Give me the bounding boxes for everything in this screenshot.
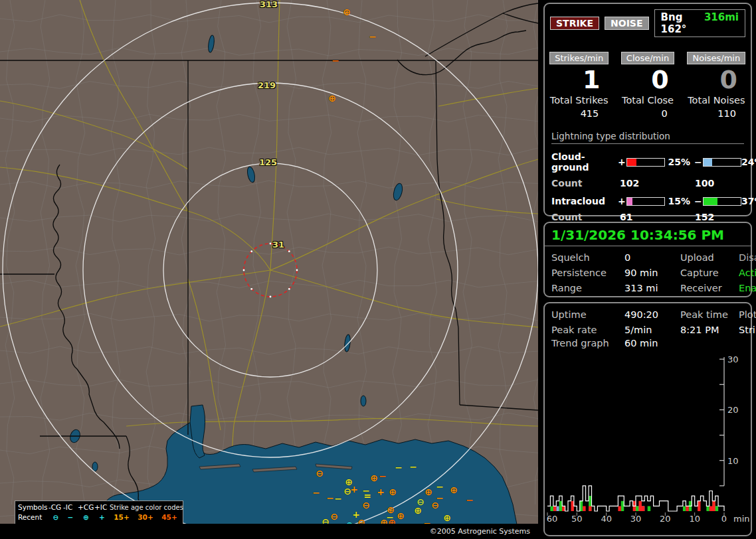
strike-symbol-icon: ⊕ bbox=[423, 487, 434, 497]
settings-cell: Capture bbox=[680, 268, 739, 278]
bearing-readout: Bng 162° 316mi bbox=[654, 9, 745, 37]
svg-text:50: 50 bbox=[571, 514, 583, 524]
counter-header-button[interactable]: Strikes/min bbox=[549, 52, 609, 64]
counter-value: 0 bbox=[682, 66, 751, 94]
uptime-cell: Peak time bbox=[680, 309, 739, 320]
settings-cell: Active bbox=[739, 268, 756, 278]
bearing-range-value: 316mi bbox=[704, 11, 739, 35]
strike-symbol-icon: − bbox=[434, 482, 445, 491]
uptime-grid: Uptime490:20Peak timePlotPeak rate5/min8… bbox=[545, 303, 751, 335]
legend-age-value: 30+ bbox=[134, 512, 157, 522]
strike-symbol-icon: ⊖ bbox=[314, 469, 325, 478]
legend-header: +CG bbox=[78, 502, 94, 512]
legend-header: Symbols bbox=[18, 502, 48, 512]
strike-symbol-icon: = bbox=[362, 491, 373, 501]
settings-cell: Squelch bbox=[551, 252, 624, 263]
strike-symbol-icon: ⊕ bbox=[341, 7, 352, 17]
rate-counter-column: Strikes/min1Total Strikes415 bbox=[545, 52, 613, 119]
counter-total-label: Total Noises bbox=[682, 95, 751, 106]
settings-cell: Upload bbox=[680, 252, 739, 263]
counter-total-label: Total Close bbox=[613, 95, 682, 106]
settings-cell: 90 min bbox=[624, 268, 680, 278]
strike-mode-button[interactable]: STRIKE bbox=[550, 17, 599, 30]
count-row: Count102100 bbox=[551, 178, 744, 189]
distribution-row: Cloud-ground+25%−24% bbox=[551, 151, 744, 173]
strike-symbol-icon: ⊕ bbox=[327, 94, 337, 103]
ic-neg-icon: − bbox=[63, 512, 78, 522]
distribution-row: Intracloud+15%−37% bbox=[551, 196, 744, 206]
count-label: Count bbox=[551, 178, 620, 189]
strike-symbol-icon: + bbox=[349, 485, 359, 494]
legend-age-header: Strike age color codes bbox=[110, 502, 181, 512]
trend-graph-chart: 1020306050403020100min bbox=[545, 351, 749, 525]
trend-graph-row: Trend graph 60 min bbox=[545, 335, 751, 348]
counter-header-button[interactable]: Noises/min bbox=[687, 52, 745, 64]
legend-age-value: 15+ bbox=[110, 512, 134, 522]
counter-total-value: 415 bbox=[545, 108, 613, 119]
counter-header-button[interactable]: Close/min bbox=[621, 52, 674, 64]
strike-symbol-icon: − bbox=[333, 494, 343, 503]
trend-graph-label: Trend graph bbox=[551, 338, 624, 348]
negative-count: 152 bbox=[695, 212, 744, 222]
counter-value: 0 bbox=[613, 66, 682, 94]
status-panel: 1/31/2026 10:34:56 PM Squelch0UploadDisa… bbox=[543, 222, 752, 297]
strike-symbol-icon: − bbox=[377, 471, 388, 481]
ring-label-31: 31 bbox=[272, 240, 284, 250]
uptime-cell: Strike bbox=[739, 325, 756, 335]
svg-text:30: 30 bbox=[630, 514, 642, 524]
counter-total-value: 0 bbox=[613, 108, 682, 119]
strike-symbol-icon: − bbox=[464, 495, 475, 504]
uptime-cell: Uptime bbox=[551, 309, 624, 320]
settings-cell: 313 mi bbox=[624, 283, 680, 293]
datetime-display: 1/31/2026 10:34:56 PM bbox=[545, 223, 751, 246]
ring-label-125: 125 bbox=[259, 157, 277, 167]
ring-label-313: 313 bbox=[260, 0, 278, 9]
positive-percent: 15% bbox=[665, 196, 694, 206]
uptime-cell: 5/min bbox=[624, 325, 680, 335]
copyright-text: ©2005 Astrogenic Systems bbox=[430, 527, 530, 536]
uptime-cell: Peak rate bbox=[551, 325, 624, 335]
lightning-map[interactable]: 313 219 125 31 ⊕−−⊕⊖⊕⊖+⊕−−=+⊕−−−−+⊖⊕⊕−⊕⊕… bbox=[0, 0, 538, 539]
negative-percent: 24% bbox=[741, 157, 756, 167]
plus-sign: + bbox=[618, 196, 626, 206]
positive-count: 61 bbox=[620, 212, 695, 222]
strike-symbol-icon: ⊕ bbox=[442, 513, 452, 522]
svg-text:min: min bbox=[733, 514, 749, 524]
legend-header: -IC bbox=[63, 502, 78, 512]
mode-button-row: STRIKE NOISE Bng 162° 316mi bbox=[545, 4, 751, 37]
count-row: Count61152 bbox=[551, 212, 744, 222]
rate-counter-column: Close/min0Total Close0 bbox=[613, 52, 682, 119]
minus-sign: − bbox=[694, 157, 703, 167]
legend-header: +IC bbox=[94, 502, 110, 512]
ring-label-219: 219 bbox=[258, 80, 276, 90]
positive-percent: 25% bbox=[665, 157, 694, 167]
negative-bar bbox=[703, 197, 741, 206]
plus-sign: + bbox=[618, 157, 626, 167]
counter-total-label: Total Strikes bbox=[545, 95, 613, 106]
noise-mode-button[interactable]: NOISE bbox=[605, 17, 648, 30]
map-canvas bbox=[0, 0, 538, 524]
legend-header: -CG bbox=[48, 502, 63, 512]
negative-count: 100 bbox=[695, 178, 744, 189]
count-label: Count bbox=[551, 212, 620, 222]
strike-panel: STRIKE NOISE Bng 162° 316mi Strikes/min1… bbox=[543, 3, 752, 216]
settings-cell: Disabled bbox=[739, 252, 756, 263]
svg-text:0: 0 bbox=[721, 514, 727, 524]
settings-cell: Receiver bbox=[680, 283, 739, 293]
cg-pos-icon: ⊕ bbox=[78, 512, 94, 522]
strike-symbol-icon: ⊖ bbox=[430, 501, 440, 510]
strike-symbol-icon: ⊕ bbox=[413, 506, 423, 515]
bearing-value: Bng 162° bbox=[661, 11, 694, 35]
counter-value: 1 bbox=[545, 66, 613, 94]
settings-cell: Enabled bbox=[739, 283, 756, 293]
rate-counter-column: Noises/min0Total Noises110 bbox=[682, 52, 751, 119]
strike-symbol-icon: ⊖ bbox=[361, 501, 371, 510]
strike-symbol-icon: − bbox=[393, 463, 404, 472]
rate-counters: Strikes/min1Total Strikes415Close/min0To… bbox=[545, 52, 751, 119]
uptime-cell: Plot bbox=[739, 309, 756, 320]
distribution-type-label: Intracloud bbox=[551, 196, 618, 206]
legend-row-label: Recent bbox=[18, 512, 48, 522]
distribution-title: Lightning type distribution bbox=[551, 131, 744, 144]
distribution-rows: Cloud-ground+25%−24%Count102100Intraclou… bbox=[545, 151, 751, 222]
positive-count: 102 bbox=[620, 178, 695, 189]
